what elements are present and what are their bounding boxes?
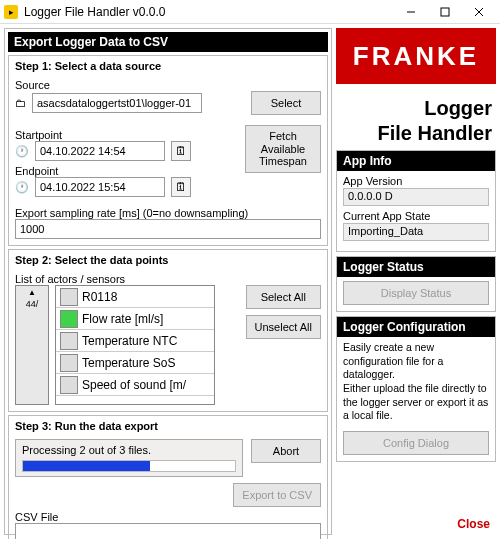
list-item[interactable]: Flow rate [ml/s] <box>56 308 214 330</box>
close-window-button[interactable] <box>462 1 496 23</box>
version-label: App Version <box>343 175 489 187</box>
step3-legend: Step 3: Run the data export <box>15 420 321 435</box>
appinfo-panel: App Info App Version 0.0.0.0 D Current A… <box>336 150 496 252</box>
fetch-timespan-button[interactable]: Fetch Available Timespan <box>245 125 321 173</box>
maximize-button[interactable] <box>428 1 462 23</box>
config-desc: Easily create a new configuration file f… <box>343 341 489 423</box>
list-item-label: Temperature SoS <box>82 356 175 370</box>
csvfile-input[interactable] <box>15 523 321 539</box>
window-title: Logger File Handler v0.0.0 <box>24 5 394 19</box>
svg-rect-1 <box>441 8 449 16</box>
appinfo-title: App Info <box>337 151 495 171</box>
display-status-button[interactable]: Display Status <box>343 281 489 305</box>
clock-icon: 🕐 <box>15 181 29 194</box>
brand-line1: Logger <box>336 96 492 121</box>
state-value: Importing_Data <box>343 223 489 241</box>
export-panel: Export Logger Data to CSV Step 1: Select… <box>4 28 332 535</box>
version-value: 0.0.0.0 D <box>343 188 489 206</box>
list-item-label: Speed of sound [m/ <box>82 378 186 392</box>
config-title: Logger Configuration <box>337 317 495 337</box>
indicator-icon <box>60 288 78 306</box>
sampling-label: Export sampling rate [ms] (0=no downsamp… <box>15 207 321 219</box>
csvfile-label: CSV File <box>15 511 321 523</box>
list-item-label: Temperature NTC <box>82 334 177 348</box>
select-button[interactable]: Select <box>251 91 321 115</box>
svg-line-2 <box>475 8 483 16</box>
sampling-input[interactable] <box>15 219 321 239</box>
knob-value: 44/ <box>26 299 39 309</box>
step3-group: Step 3: Run the data export Processing 2… <box>8 415 328 539</box>
state-label: Current App State <box>343 210 489 222</box>
step1-group: Step 1: Select a data source Source 🗀 Se… <box>8 55 328 246</box>
svg-line-3 <box>475 8 483 16</box>
folder-icon: 🗀 <box>15 97 26 109</box>
clock-icon: 🕐 <box>15 145 29 158</box>
list-item-label: Flow rate [ml/s] <box>82 312 163 326</box>
startpoint-input[interactable] <box>35 141 165 161</box>
startpoint-label: Startpoint <box>15 129 235 141</box>
progress-fill <box>23 461 150 471</box>
indicator-icon <box>60 376 78 394</box>
titlebar: ▸ Logger File Handler v0.0.0 <box>0 0 500 24</box>
app-icon: ▸ <box>4 5 18 19</box>
startpoint-calendar-icon[interactable]: 🗓 <box>171 141 191 161</box>
source-input[interactable] <box>32 93 202 113</box>
list-item[interactable]: Speed of sound [m/ <box>56 374 214 396</box>
list-item-label: R0118 <box>82 290 117 304</box>
indicator-icon <box>60 354 78 372</box>
list-scroll-knob[interactable]: ▲ 44/ <box>15 285 49 405</box>
source-label: Source <box>15 79 321 91</box>
progress-text: Processing 2 out of 3 files. <box>22 444 151 456</box>
close-button[interactable]: Close <box>336 513 496 535</box>
indicator-icon <box>60 332 78 350</box>
endpoint-calendar-icon[interactable]: 🗓 <box>171 177 191 197</box>
endpoint-input[interactable] <box>35 177 165 197</box>
brand-logo: FRANKE <box>336 28 496 84</box>
brand-line2: File Handler <box>336 121 492 146</box>
status-title: Logger Status <box>337 257 495 277</box>
minimize-button[interactable] <box>394 1 428 23</box>
step2-legend: Step 2: Select the data points <box>15 254 321 269</box>
export-title: Export Logger Data to CSV <box>8 32 328 52</box>
endpoint-label: Endpoint <box>15 165 235 177</box>
abort-button[interactable]: Abort <box>251 439 321 463</box>
progress-bar <box>22 460 236 472</box>
list-item[interactable]: Temperature SoS <box>56 352 214 374</box>
unselect-all-button[interactable]: Unselect All <box>246 315 321 339</box>
sensor-list[interactable]: R0118 Flow rate [ml/s] Temperature NTC T… <box>55 285 215 405</box>
config-panel: Logger Configuration Easily create a new… <box>336 316 496 462</box>
list-item[interactable]: R0118 <box>56 286 214 308</box>
brand-text: Logger File Handler <box>336 96 496 146</box>
list-item[interactable]: Temperature NTC <box>56 330 214 352</box>
list-label: List of actors / sensors <box>15 273 321 285</box>
export-csv-button[interactable]: Export to CSV <box>233 483 321 507</box>
config-dialog-button[interactable]: Config Dialog <box>343 431 489 455</box>
progress-box: Processing 2 out of 3 files. <box>15 439 243 477</box>
step2-group: Step 2: Select the data points List of a… <box>8 249 328 412</box>
select-all-button[interactable]: Select All <box>246 285 321 309</box>
status-panel: Logger Status Display Status <box>336 256 496 312</box>
indicator-icon <box>60 310 78 328</box>
step1-legend: Step 1: Select a data source <box>15 60 321 75</box>
